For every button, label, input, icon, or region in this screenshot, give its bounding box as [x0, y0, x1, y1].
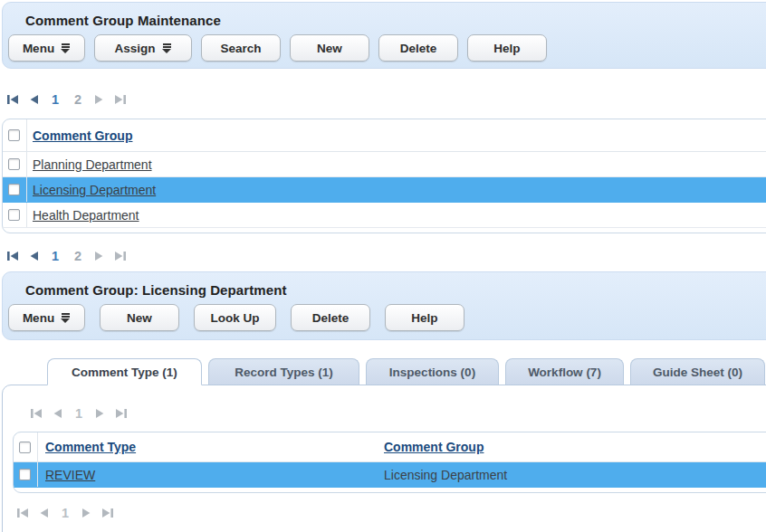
detail-new-button[interactable]: New: [100, 304, 179, 331]
comment-group-column-header[interactable]: Comment Group: [27, 128, 132, 143]
group-table-pager-bottom: 1 2: [6, 249, 766, 263]
page-number-current: 1: [49, 249, 62, 263]
tab-guide-sheet[interactable]: Guide Sheet (0): [630, 358, 765, 385]
row-checkbox[interactable]: [8, 184, 20, 195]
search-button[interactable]: Search: [201, 34, 281, 62]
select-all-checkbox[interactable]: [8, 129, 20, 141]
row-checkbox-cell: [3, 203, 27, 227]
page-number-current: 1: [49, 92, 62, 107]
comment-type-link[interactable]: REVIEW: [38, 468, 384, 482]
prev-page-icon[interactable]: [29, 94, 39, 105]
comment-type-pager-top: 1: [30, 406, 766, 421]
tab-record-types[interactable]: Record Types (1): [208, 358, 359, 385]
comment-group-link[interactable]: Licensing Department: [27, 183, 156, 197]
comment-group-maintenance-page: Comment Group Maintenance Menu Assign Se…: [0, 0, 766, 532]
detail-menu-button[interactable]: Menu: [8, 304, 85, 331]
group-table-pager-top: 1 2: [6, 92, 766, 107]
page-number-link[interactable]: 2: [72, 92, 84, 107]
next-page-icon: [95, 408, 105, 419]
comment-group-link[interactable]: Planning Department: [27, 157, 152, 172]
select-all-checkbox[interactable]: [19, 442, 31, 453]
first-page-icon[interactable]: [6, 251, 19, 261]
tab-comment-type[interactable]: Comment Type (1): [47, 358, 202, 385]
menu-dropdown-icon: [61, 313, 71, 322]
help-button[interactable]: Help: [467, 34, 547, 62]
detail-panel-title: Comment Group: Licensing Department: [3, 272, 766, 298]
assign-button-label: Assign: [114, 42, 155, 55]
first-page-icon: [16, 508, 29, 518]
header-checkbox-cell: [14, 432, 38, 461]
table-header-row: Comment Type Comment Group: [14, 432, 766, 462]
next-page-icon: [94, 94, 104, 105]
row-checkbox[interactable]: [19, 469, 31, 480]
detail-toolbar: Menu New Look Up Delete Help: [3, 298, 766, 331]
page-number-current: 1: [72, 406, 85, 421]
next-page-icon: [81, 508, 91, 518]
comment-group-table: Comment Group Planning Department Licens…: [2, 119, 766, 233]
page-title: Comment Group Maintenance: [3, 3, 766, 28]
table-row: Planning Department: [3, 152, 766, 177]
header-checkbox-cell: [3, 119, 27, 151]
prev-page-icon: [39, 508, 49, 518]
first-page-icon[interactable]: [6, 94, 19, 105]
page-number-link[interactable]: 2: [72, 249, 84, 263]
row-checkbox-cell: [3, 152, 27, 176]
page-number-current: 1: [59, 506, 72, 520]
row-checkbox[interactable]: [8, 209, 20, 221]
row-checkbox-cell: [3, 177, 27, 202]
prev-page-icon: [53, 408, 62, 419]
main-toolbar: Menu Assign Search New Delete Help: [3, 28, 766, 62]
comment-type-tab-panel: 1 Comment Type Comment Group REVIEW Lice…: [2, 385, 766, 532]
row-checkbox-cell: [14, 462, 38, 487]
prev-page-icon[interactable]: [29, 251, 39, 261]
first-page-icon: [30, 408, 43, 419]
comment-type-table: Comment Type Comment Group REVIEW Licens…: [13, 432, 766, 493]
menu-button[interactable]: Menu: [8, 34, 85, 62]
row-checkbox[interactable]: [8, 158, 20, 170]
last-page-icon: [114, 251, 127, 261]
last-page-icon: [115, 408, 128, 419]
licensing-department-panel: Comment Group: Licensing Department Menu…: [2, 271, 766, 340]
comment-group-value: Licensing Department: [384, 468, 766, 482]
delete-button[interactable]: Delete: [378, 34, 458, 62]
tab-inspections[interactable]: Inspections (0): [366, 358, 499, 385]
detail-help-button[interactable]: Help: [385, 304, 464, 331]
next-page-icon: [94, 251, 104, 261]
comment-type-column-header[interactable]: Comment Type: [38, 440, 384, 454]
table-row-selected: REVIEW Licensing Department: [14, 462, 766, 488]
table-row-selected: Licensing Department: [3, 177, 766, 203]
detail-delete-button[interactable]: Delete: [291, 304, 370, 331]
look-up-button[interactable]: Look Up: [194, 304, 276, 331]
detail-tabstrip: Comment Type (1) Record Types (1) Inspec…: [47, 358, 766, 385]
last-page-icon: [101, 508, 114, 518]
table-header-row: Comment Group: [3, 119, 766, 152]
table-row: Health Department: [3, 203, 766, 228]
comment-type-pager-bottom: 1: [16, 506, 766, 520]
comment-group-column-header[interactable]: Comment Group: [384, 440, 766, 454]
last-page-icon: [114, 94, 127, 105]
menu-dropdown-icon: [61, 43, 71, 52]
new-button[interactable]: New: [290, 34, 369, 62]
menu-button-label: Menu: [23, 42, 54, 55]
tab-workflow[interactable]: Workflow (7): [505, 358, 624, 385]
comment-group-link[interactable]: Health Department: [27, 208, 139, 223]
assign-dropdown-icon: [162, 43, 172, 52]
detail-menu-button-label: Menu: [23, 311, 54, 325]
assign-button[interactable]: Assign: [94, 34, 192, 62]
comment-group-maintenance-panel: Comment Group Maintenance Menu Assign Se…: [2, 2, 766, 69]
